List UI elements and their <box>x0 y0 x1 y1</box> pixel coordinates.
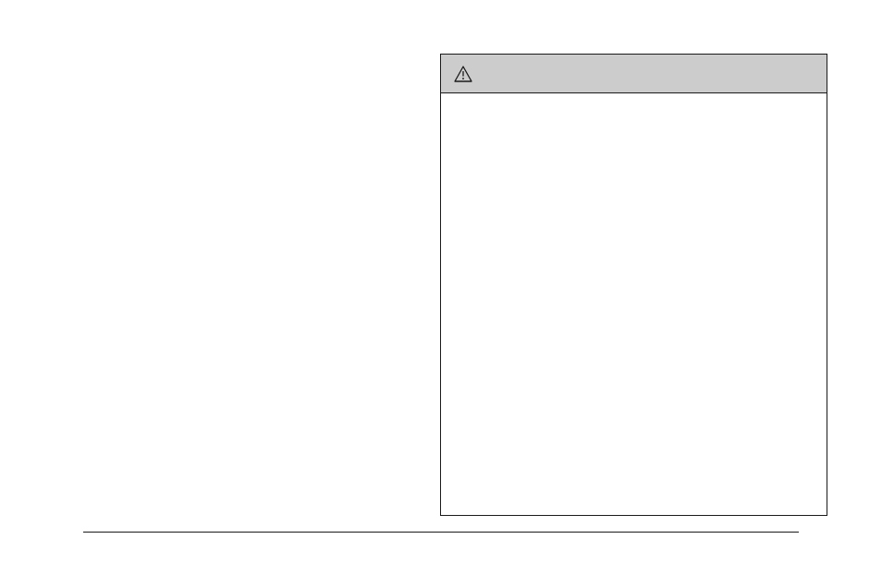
warning-header <box>441 55 827 93</box>
warning-box <box>440 54 827 516</box>
warning-triangle-icon <box>454 66 472 82</box>
svg-point-1 <box>462 78 464 80</box>
divider-line <box>83 532 799 533</box>
